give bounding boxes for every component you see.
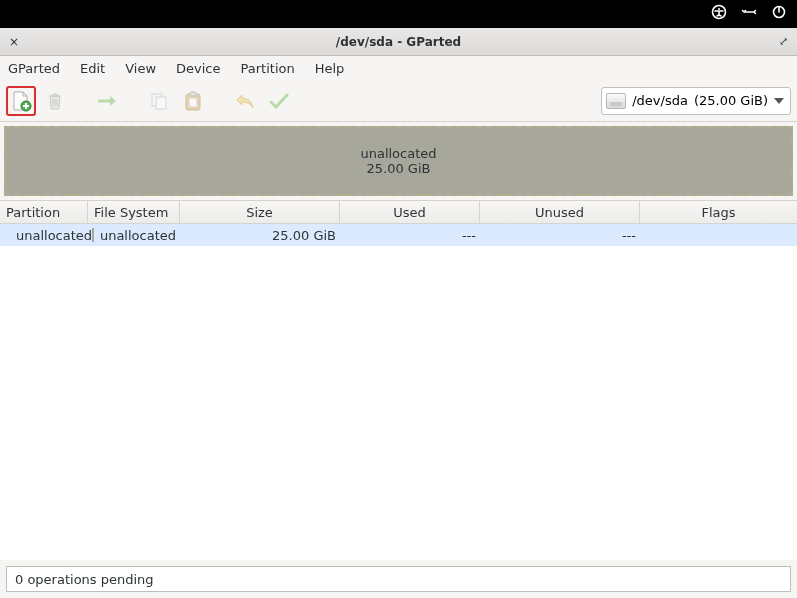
window-title: /dev/sda - GParted [22,35,775,49]
fs-swatch-icon [92,228,94,242]
restore-button[interactable]: ⤢ [775,34,791,50]
table-header: Partition File System Size Used Unused F… [0,200,797,224]
menu-view[interactable]: View [115,59,166,78]
gparted-window: × /dev/sda - GParted ⤢ GParted Edit View… [0,28,797,598]
close-button[interactable]: × [6,34,22,50]
status-bar: 0 operations pending [6,566,791,592]
device-selector[interactable]: /dev/sda (25.00 GiB) [601,87,791,115]
col-unused[interactable]: Unused [480,201,640,223]
col-flags[interactable]: Flags [640,201,797,223]
cell-unused: --- [480,228,640,243]
svg-rect-7 [190,92,196,96]
col-used[interactable]: Used [340,201,480,223]
network-icon[interactable] [741,4,757,24]
svg-rect-8 [189,98,197,107]
menu-help[interactable]: Help [305,59,355,78]
graph-label: unallocated [360,146,436,161]
partition-table: unallocated unallocated 25.00 GiB --- --… [0,224,797,560]
accessibility-icon[interactable] [711,4,727,24]
menu-gparted[interactable]: GParted [4,59,70,78]
menu-device[interactable]: Device [166,59,230,78]
cell-filesystem-label: unallocated [100,228,176,243]
toolbar: /dev/sda (25.00 GiB) [0,80,797,122]
cell-size: 25.00 GiB [180,228,340,243]
cell-filesystem: unallocated [88,228,180,243]
delete-button [40,86,70,116]
menubar: GParted Edit View Device Partition Help [0,56,797,80]
check-icon [269,92,289,110]
resize-move-button [92,86,122,116]
undo-icon [235,92,255,110]
cell-partition: unallocated [0,228,88,243]
power-icon[interactable] [771,4,787,24]
copy-button [144,86,174,116]
svg-rect-5 [156,97,166,109]
menu-partition[interactable]: Partition [231,59,305,78]
document-new-icon [10,90,32,112]
undo-button [230,86,260,116]
new-partition-button[interactable] [6,86,36,116]
copy-icon [149,91,169,111]
svg-point-1 [718,8,720,10]
col-filesystem[interactable]: File System [88,201,180,223]
col-partition[interactable]: Partition [0,201,88,223]
trash-icon [45,91,65,111]
col-size[interactable]: Size [180,201,340,223]
cell-used: --- [340,228,480,243]
paste-button [178,86,208,116]
apply-button [264,86,294,116]
drive-icon [606,93,626,109]
status-text: 0 operations pending [15,572,154,587]
menu-edit[interactable]: Edit [70,59,115,78]
device-size: (25.00 GiB) [694,93,768,108]
partition-graph[interactable]: unallocated 25.00 GiB [4,126,793,196]
table-row[interactable]: unallocated unallocated 25.00 GiB --- --… [0,224,797,246]
resize-icon [96,91,118,111]
titlebar: × /dev/sda - GParted ⤢ [0,28,797,56]
device-path: /dev/sda [632,93,688,108]
paste-icon [184,91,202,111]
graph-size: 25.00 GiB [367,161,431,176]
chevron-down-icon [774,98,784,104]
system-top-bar [0,0,797,28]
